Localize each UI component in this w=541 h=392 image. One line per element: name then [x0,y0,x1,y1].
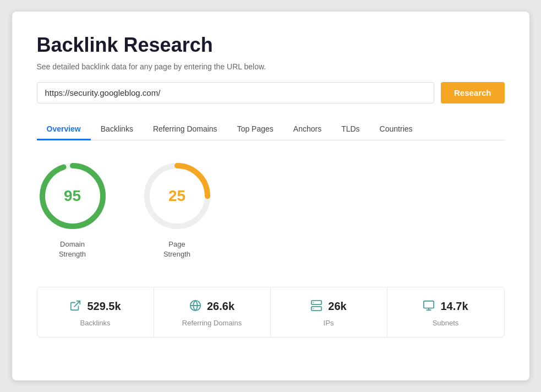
stat-top-backlinks: 529.5k [69,300,121,313]
tab-top-pages[interactable]: Top Pages [227,119,283,140]
globe-icon [189,300,201,313]
stat-subnets: 14.7k Subnets [387,287,504,337]
stat-backlinks: 529.5k Backlinks [37,287,154,337]
external-link-icon [69,300,81,313]
metric-value-page-strength: 25 [168,187,185,205]
svg-rect-11 [424,301,434,308]
tab-backlinks[interactable]: Backlinks [91,119,143,140]
search-row: Research [37,82,505,104]
page-title: Backlink Research [37,34,505,57]
stat-value-backlinks: 529.5k [87,300,121,313]
stats-row: 529.5k Backlinks 26.6k Referring Domains… [37,287,505,337]
metric-page-strength: 25 PageStrength [141,160,213,259]
metric-value-domain-strength: 95 [64,187,81,205]
stat-value-ips: 26k [328,300,346,313]
page-subtitle: See detailed backlink data for any page … [37,62,505,71]
stat-label-referring-domains: Referring Domains [182,319,242,327]
metric-label-page-strength: PageStrength [163,239,190,259]
metric-domain-strength: 95 DomainStrength [37,160,108,259]
stat-ips: 26k IPs [271,287,387,337]
stat-label-ips: IPs [324,319,334,327]
stat-top-ips: 26k [310,300,346,313]
tab-referring-domains[interactable]: Referring Domains [143,119,227,140]
stat-top-referring-domains: 26.6k [189,300,234,313]
stat-referring-domains: 26.6k Referring Domains [154,287,271,337]
tab-anchors[interactable]: Anchors [283,119,331,140]
tab-countries[interactable]: Countries [370,119,423,140]
server-icon [310,300,323,313]
tab-overview[interactable]: Overview [37,119,91,140]
url-input[interactable] [37,82,434,104]
svg-rect-7 [312,301,321,304]
tab-nav: OverviewBacklinksReferring DomainsTop Pa… [37,119,505,140]
tab-tlds[interactable]: TLDs [331,119,369,140]
svg-rect-8 [312,307,321,311]
svg-line-4 [75,301,80,307]
metric-label-domain-strength: DomainStrength [59,239,86,259]
stat-value-referring-domains: 26.6k [207,300,234,313]
metrics-row: 95 DomainStrength 25 PageStrength [37,160,505,259]
stat-label-backlinks: Backlinks [80,319,111,327]
circle-page-strength: 25 [141,160,213,232]
stat-value-subnets: 14.7k [440,300,468,313]
monitor-icon [423,300,435,313]
stat-label-subnets: Subnets [433,319,459,327]
circle-domain-strength: 95 [37,160,108,232]
stat-top-subnets: 14.7k [423,300,468,313]
research-button[interactable]: Research [441,82,505,104]
main-card: Backlink Research See detailed backlink … [12,12,529,380]
